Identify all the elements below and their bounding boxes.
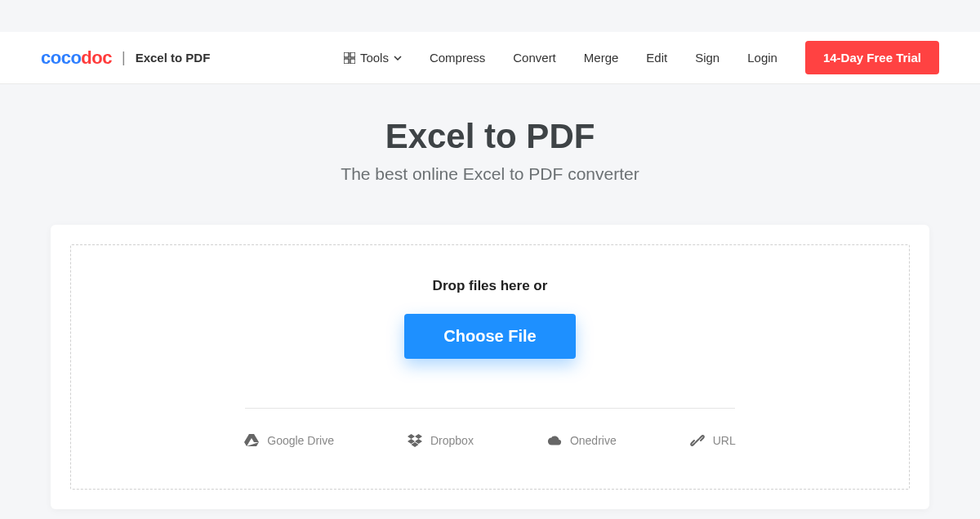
- source-dropbox[interactable]: Dropbox: [408, 433, 474, 448]
- source-url-label: URL: [713, 434, 736, 447]
- nav-convert-label: Convert: [513, 51, 556, 65]
- main-nav: Tools Compress Convert Merge Edit Sign L…: [344, 41, 939, 74]
- nav-tools[interactable]: Tools: [344, 51, 402, 65]
- choose-file-button[interactable]: Choose File: [404, 314, 575, 359]
- page-name: Excel to PDF: [136, 51, 211, 65]
- nav-tools-label: Tools: [360, 51, 389, 65]
- source-dropbox-label: Dropbox: [430, 434, 474, 447]
- source-google-drive-label: Google Drive: [267, 434, 334, 447]
- nav-sign[interactable]: Sign: [695, 51, 719, 65]
- onedrive-icon: [547, 433, 562, 448]
- svg-rect-3: [350, 59, 355, 64]
- nav-sign-label: Sign: [695, 51, 719, 65]
- chevron-down-icon: [394, 56, 402, 60]
- logo-section: cocodoc | Excel to PDF: [41, 47, 210, 69]
- nav-edit[interactable]: Edit: [646, 51, 667, 65]
- nav-compress-label: Compress: [430, 51, 485, 65]
- nav-merge-label: Merge: [584, 51, 619, 65]
- logo-part-doc: doc: [81, 47, 112, 68]
- nav-login[interactable]: Login: [747, 51, 777, 65]
- google-drive-icon: [244, 433, 259, 448]
- nav-login-label: Login: [747, 51, 777, 65]
- logo-part-coco: coco: [41, 47, 81, 68]
- logo[interactable]: cocodoc: [41, 47, 112, 69]
- svg-rect-2: [344, 59, 349, 64]
- nav-convert[interactable]: Convert: [513, 51, 556, 65]
- trial-button[interactable]: 14-Day Free Trial: [805, 41, 939, 74]
- nav-merge[interactable]: Merge: [584, 51, 619, 65]
- dropbox-icon: [408, 433, 422, 448]
- hero-title: Excel to PDF: [0, 117, 980, 156]
- top-spacer: [0, 0, 980, 32]
- source-google-drive[interactable]: Google Drive: [244, 433, 334, 448]
- svg-rect-0: [344, 52, 349, 57]
- divider: |: [122, 49, 126, 66]
- nav-compress[interactable]: Compress: [430, 51, 485, 65]
- grid-icon: [344, 52, 355, 64]
- link-icon: [690, 433, 705, 448]
- upload-card: Drop files here or Choose File Google Dr…: [51, 225, 929, 509]
- source-url[interactable]: URL: [690, 433, 736, 448]
- dropzone[interactable]: Drop files here or Choose File Google Dr…: [70, 244, 910, 490]
- sources-separator: [245, 408, 735, 409]
- drop-text: Drop files here or: [87, 278, 893, 294]
- svg-rect-1: [350, 52, 355, 57]
- sources-row: Google Drive Dropbox Onedrive URL: [87, 433, 893, 448]
- nav-edit-label: Edit: [646, 51, 667, 65]
- source-onedrive[interactable]: Onedrive: [547, 433, 617, 448]
- header: cocodoc | Excel to PDF Tools Compress Co…: [0, 32, 980, 84]
- hero-subtitle: The best online Excel to PDF converter: [0, 164, 980, 184]
- hero: Excel to PDF The best online Excel to PD…: [0, 84, 980, 208]
- source-onedrive-label: Onedrive: [570, 434, 617, 447]
